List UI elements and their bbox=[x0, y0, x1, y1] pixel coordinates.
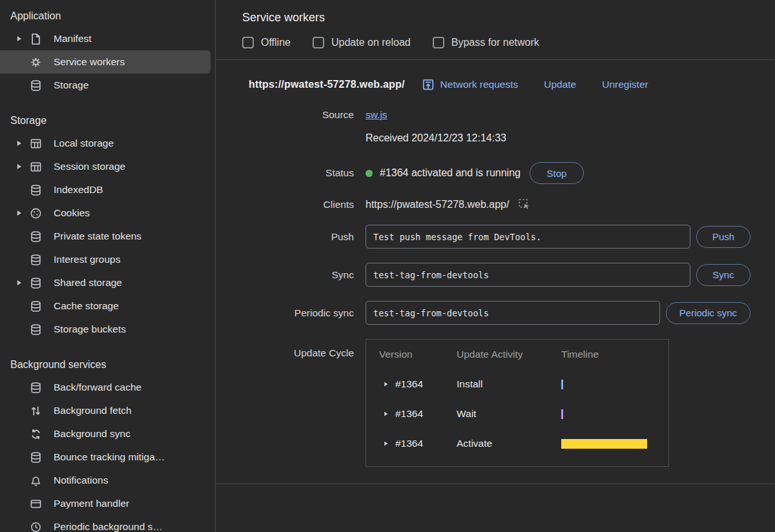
clients-row: Clients https://pwatest-57278.web.app/ bbox=[216, 198, 775, 210]
sidebar-item-background-fetch[interactable]: Background fetch bbox=[0, 399, 215, 422]
expander-icon[interactable] bbox=[382, 380, 389, 388]
periodic-sync-tag-input[interactable] bbox=[366, 301, 660, 325]
worker-origin: https://pwatest-57278.web.app/ bbox=[249, 79, 405, 90]
database-icon bbox=[30, 230, 42, 243]
update-cycle-table: Version Update Activity Timeline #1364 I… bbox=[366, 339, 669, 467]
checkbox-box[interactable] bbox=[313, 37, 324, 48]
service-workers-panel: Service workers Offline Update on reload… bbox=[216, 0, 775, 532]
sidebar-item-bounce-tracking-mitigations[interactable]: Bounce tracking mitiga… bbox=[0, 445, 215, 469]
checkbox-box[interactable] bbox=[433, 37, 444, 48]
update-link[interactable]: Update bbox=[544, 79, 576, 90]
sidebar-item-background-sync[interactable]: Background sync bbox=[0, 422, 215, 445]
sidebar-item-cookies[interactable]: Cookies bbox=[0, 201, 215, 225]
sync-label: Sync bbox=[216, 269, 366, 281]
push-row: Push Push bbox=[216, 225, 775, 249]
table-row[interactable]: #1364 Install bbox=[366, 369, 668, 399]
expander-icon[interactable] bbox=[382, 440, 389, 447]
page-title: Service workers bbox=[242, 11, 775, 25]
expander-icon[interactable] bbox=[14, 34, 23, 43]
network-requests-icon[interactable] bbox=[422, 78, 435, 91]
push-message-input[interactable] bbox=[366, 225, 690, 249]
table-row[interactable]: #1364 Wait bbox=[366, 399, 668, 429]
unregister-link[interactable]: Unregister bbox=[602, 79, 648, 90]
sidebar-item-indexeddb[interactable]: IndexedDB bbox=[0, 178, 215, 201]
sidebar-item-local-storage[interactable]: Local storage bbox=[0, 132, 215, 155]
expander-icon[interactable] bbox=[14, 278, 23, 287]
activity-cell: Wait bbox=[457, 408, 561, 420]
payment-card-icon bbox=[30, 498, 42, 510]
document-icon bbox=[30, 33, 42, 45]
section-divider bbox=[216, 484, 775, 484]
timeline-bar-install bbox=[561, 380, 563, 389]
expander-icon[interactable] bbox=[14, 162, 23, 171]
sidebar-section-background-services: Background services bbox=[0, 354, 215, 376]
expander-icon[interactable] bbox=[14, 209, 23, 218]
column-header-version: Version bbox=[366, 349, 457, 360]
sync-tag-input[interactable] bbox=[366, 263, 690, 287]
sidebar-item-session-storage[interactable]: Session storage bbox=[0, 155, 215, 178]
version-cell: #1364 bbox=[395, 378, 423, 390]
service-worker-icon bbox=[30, 56, 42, 68]
status-text: #1364 activated and is running bbox=[380, 167, 521, 179]
database-icon bbox=[30, 277, 42, 289]
timeline-bar-activate bbox=[561, 439, 647, 449]
sidebar-item-shared-storage[interactable]: Shared storage bbox=[0, 271, 215, 294]
sidebar-item-interest-groups[interactable]: Interest groups bbox=[0, 248, 215, 271]
sidebar-item-manifest[interactable]: Manifest bbox=[0, 27, 215, 50]
clock-icon bbox=[30, 521, 42, 532]
database-icon bbox=[30, 184, 42, 196]
network-requests-link[interactable]: Network requests bbox=[440, 79, 519, 90]
sidebar-section-application: Application bbox=[0, 5, 215, 27]
fetch-arrows-icon bbox=[30, 405, 42, 417]
clients-label: Clients bbox=[216, 199, 366, 210]
sidebar-item-back-forward-cache[interactable]: Back/forward cache bbox=[0, 376, 215, 399]
received-row: Received 2024/12/23 12:14:33 bbox=[216, 132, 775, 144]
sync-row: Sync Sync bbox=[216, 263, 775, 287]
inspect-client-icon[interactable] bbox=[518, 198, 530, 210]
push-button[interactable]: Push bbox=[696, 226, 750, 248]
sidebar-item-cache-storage[interactable]: Cache storage bbox=[0, 294, 215, 318]
sidebar-item-private-state-tokens[interactable]: Private state tokens bbox=[0, 225, 215, 248]
activity-cell: Activate bbox=[457, 438, 561, 449]
table-icon bbox=[30, 161, 42, 173]
sidebar-item-periodic-background-sync[interactable]: Periodic background s… bbox=[0, 515, 215, 532]
offline-checkbox[interactable]: Offline bbox=[242, 37, 291, 48]
sidebar-item-service-workers[interactable]: Service workers bbox=[0, 50, 211, 74]
service-worker-toggles: Offline Update on reload Bypass for netw… bbox=[242, 37, 775, 48]
client-url: https://pwatest-57278.web.app/ bbox=[366, 199, 509, 210]
table-row[interactable]: #1364 Activate bbox=[366, 429, 668, 458]
column-header-update-activity: Update Activity bbox=[457, 349, 561, 360]
received-timestamp: Received 2024/12/23 12:14:33 bbox=[366, 132, 506, 144]
stop-button[interactable]: Stop bbox=[530, 162, 584, 184]
update-cycle-row: Update Cycle Version Update Activity Tim… bbox=[216, 339, 775, 467]
sidebar-item-notifications[interactable]: Notifications bbox=[0, 469, 215, 492]
database-icon bbox=[30, 79, 42, 92]
bypass-for-network-checkbox[interactable]: Bypass for network bbox=[433, 37, 539, 48]
expander-icon[interactable] bbox=[382, 410, 389, 418]
cookie-icon bbox=[30, 207, 42, 220]
source-file-link[interactable]: sw.js bbox=[366, 109, 388, 121]
table-icon bbox=[30, 138, 42, 150]
sidebar-item-storage[interactable]: Storage bbox=[0, 74, 215, 97]
expander-icon[interactable] bbox=[14, 139, 23, 148]
checkbox-box[interactable] bbox=[242, 37, 254, 48]
sync-icon bbox=[30, 428, 42, 440]
service-worker-details: https://pwatest-57278.web.app/ Network r… bbox=[216, 60, 775, 484]
status-row: Status #1364 activated and is running St… bbox=[216, 162, 775, 184]
database-icon bbox=[30, 323, 42, 336]
update-cycle-label: Update Cycle bbox=[216, 339, 366, 359]
sidebar-section-storage: Storage bbox=[0, 110, 215, 132]
periodic-sync-button[interactable]: Periodic sync bbox=[666, 302, 750, 324]
source-row: Source sw.js bbox=[216, 109, 775, 121]
activity-cell: Install bbox=[457, 378, 561, 390]
version-cell: #1364 bbox=[395, 438, 423, 449]
source-label: Source bbox=[216, 109, 366, 121]
update-on-reload-checkbox[interactable]: Update on reload bbox=[313, 37, 411, 48]
periodic-sync-row: Periodic sync Periodic sync bbox=[216, 301, 775, 325]
status-running-dot bbox=[366, 170, 373, 177]
sync-button[interactable]: Sync bbox=[696, 264, 750, 286]
worker-origin-row: https://pwatest-57278.web.app/ Network r… bbox=[216, 78, 775, 91]
database-icon bbox=[30, 300, 42, 312]
sidebar-item-storage-buckets[interactable]: Storage buckets bbox=[0, 318, 215, 341]
sidebar-item-payment-handler[interactable]: Payment handler bbox=[0, 492, 215, 515]
